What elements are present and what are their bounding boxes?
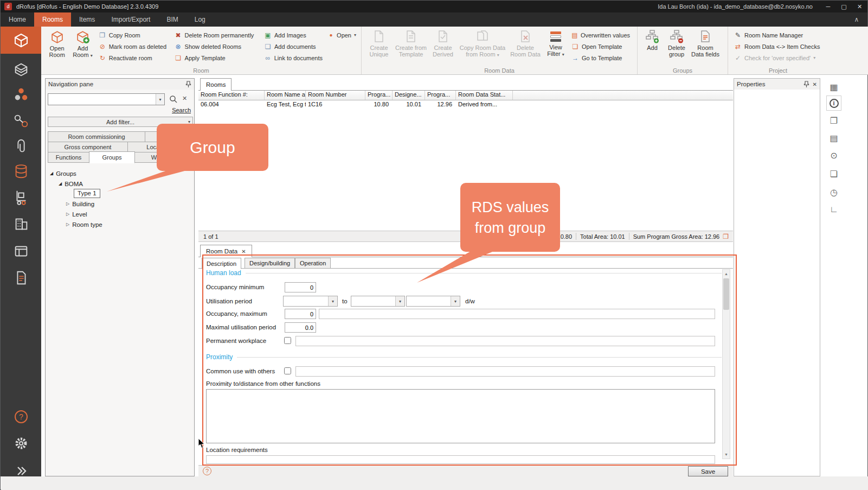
collapsed-icon[interactable]: ▷ — [66, 201, 69, 206]
open-menu-button[interactable]: ● Open ▾ — [325, 29, 359, 41]
delete-room-data-button[interactable]: Delete Room Data — [508, 28, 543, 66]
add-filter-button[interactable]: Add filter... ▾ — [48, 117, 193, 127]
search-text-field[interactable] — [49, 94, 155, 104]
add-room-button[interactable]: Add Room ▾ — [69, 28, 95, 66]
close-room-data-icon[interactable]: ✕ — [241, 249, 246, 254]
expanded-icon[interactable]: ◢ — [50, 171, 53, 176]
show-deleted-rooms-button[interactable]: ⊗ Show deleted Rooms — [172, 41, 261, 52]
rail-levels-module[interactable] — [1, 58, 41, 81]
scroll-down-icon[interactable]: ▼ — [723, 450, 730, 459]
utilisation-period-from-select[interactable]: ▾ — [283, 296, 338, 307]
scroll-up-icon[interactable]: ▲ — [723, 270, 730, 278]
occupancy-maximum-note-input[interactable] — [319, 309, 715, 319]
open-template-button[interactable]: ❏ Open Template — [569, 41, 633, 52]
tab-import-export[interactable]: Import/Export — [103, 12, 158, 27]
nav-tab-functions[interactable]: Functions — [48, 152, 89, 163]
ruler-icon[interactable]: ∟ — [826, 202, 841, 217]
tree-node-level[interactable]: ▷ Level — [66, 209, 87, 219]
permanent-workplace-checkbox[interactable] — [284, 337, 291, 344]
tab-bim[interactable]: BIM — [158, 12, 186, 27]
search-input[interactable]: ▾ — [48, 93, 165, 105]
search-link[interactable]: Search — [172, 107, 191, 113]
tab-home[interactable]: Home — [1, 12, 34, 27]
clear-search-icon[interactable]: ✕ — [182, 95, 187, 102]
check-over-specified-button[interactable]: ✓ Check for 'over specified' ▾ — [731, 52, 826, 63]
utilisation-period-to-select[interactable]: ▾ — [351, 296, 405, 307]
search-dropdown-icon[interactable]: ▾ — [156, 94, 164, 105]
tab-items[interactable]: Items — [71, 12, 103, 27]
tree-node-boma[interactable]: ◢ BOMA — [59, 179, 83, 188]
link-documents-button[interactable]: ∞ Link to documents — [261, 52, 325, 63]
occupancy-maximum-input[interactable] — [285, 309, 316, 319]
permanent-workplace-input[interactable] — [295, 336, 715, 346]
apply-template-button[interactable]: ❏ Apply Template — [172, 52, 261, 63]
reactivate-room-button[interactable]: ↻ Reactivate room — [96, 52, 172, 63]
common-use-input[interactable] — [295, 366, 715, 377]
help-button[interactable]: ? — [1, 405, 41, 429]
add-documents-button[interactable]: ❏ Add documents — [261, 41, 325, 52]
printer-icon[interactable]: ▤ — [826, 130, 841, 145]
rooms-document-tab[interactable]: Rooms — [200, 78, 232, 91]
column-header[interactable]: Room Name an... — [265, 91, 306, 100]
pin-icon[interactable] — [803, 81, 809, 88]
column-header[interactable]: Room Function #: — [198, 91, 265, 100]
open-room-button[interactable]: Open Room — [44, 28, 69, 66]
maximal-utilisation-input[interactable] — [285, 322, 316, 333]
close-properties-icon[interactable]: ✕ — [813, 81, 817, 87]
nav-tab-workflow[interactable]: Workf — [134, 152, 183, 163]
column-header[interactable]: Progra... — [425, 91, 456, 100]
room-data-item-checks-button[interactable]: ⇄ Room Data <-> Item Checks — [731, 41, 826, 52]
rail-logistics-module[interactable] — [1, 186, 41, 209]
room-data-fields-button[interactable]: Room Data fields — [690, 28, 721, 66]
page-icon[interactable]: ❏ — [826, 166, 841, 181]
nav-tab-room-commissioning[interactable]: Room commissioning — [48, 131, 145, 142]
settings-button[interactable] — [1, 431, 41, 455]
collapse-ribbon-icon[interactable]: ∧ — [846, 12, 867, 27]
location-requirements-input[interactable] — [206, 455, 715, 464]
rail-reports-module[interactable] — [1, 266, 41, 290]
rail-attachments-module[interactable] — [1, 135, 41, 158]
tree-node-groups[interactable]: ◢ Groups — [50, 169, 76, 178]
rail-rooms-module[interactable] — [1, 27, 41, 54]
go-to-template-button[interactable]: → Go to Template — [569, 52, 633, 63]
delete-room-permanently-button[interactable]: ✖ Delete Room permanently — [172, 29, 261, 41]
maximize-button[interactable]: ▢ — [836, 1, 852, 12]
rail-bim-module[interactable] — [1, 239, 41, 263]
add-images-button[interactable]: ▣ Add Images — [261, 29, 325, 41]
tree-node-building[interactable]: ▷ Building — [66, 199, 94, 208]
add-group-button[interactable]: Add — [641, 28, 664, 66]
create-derived-button[interactable]: Create Derived — [429, 28, 457, 66]
history-clock-icon[interactable]: ◷ — [826, 184, 841, 200]
utilisation-period-unit-select[interactable]: ▾ — [406, 296, 460, 307]
tab-design-building[interactable]: Design/building — [245, 258, 295, 269]
occupancy-minimum-input[interactable] — [285, 282, 316, 292]
close-button[interactable]: ✕ — [852, 1, 867, 12]
create-unique-button[interactable]: Create Unique — [365, 28, 393, 66]
room-data-document-tab[interactable]: Room Data ✕ — [200, 245, 252, 257]
column-header[interactable]: Room Data Stat... — [456, 91, 513, 100]
collapsed-icon[interactable]: ▷ — [66, 212, 69, 217]
help-icon[interactable]: ? — [203, 467, 211, 475]
create-from-template-button[interactable]: Create from Template — [393, 28, 429, 66]
tree-node-type1[interactable]: Type 1 — [74, 189, 100, 198]
proximity-distance-textarea[interactable] — [206, 389, 715, 443]
nav-tab-groups[interactable]: Groups — [89, 151, 135, 163]
tree-node-room-type[interactable]: ▷ Room type — [66, 220, 102, 229]
tab-operation[interactable]: Operation — [295, 258, 331, 269]
documents-icon[interactable]: ❐ — [826, 113, 841, 128]
camera-icon[interactable]: ⊙ — [826, 148, 841, 163]
tab-rooms[interactable]: Rooms — [34, 12, 71, 27]
choose-columns-icon[interactable]: ▦ — [826, 79, 841, 94]
collapsed-icon[interactable]: ▷ — [66, 222, 69, 227]
form-scrollbar[interactable]: ▲ ▼ — [722, 269, 730, 459]
nav-tab-locations[interactable]: Locati — [127, 142, 182, 152]
info-icon[interactable]: i — [826, 96, 841, 111]
table-row[interactable]: 06.004 Ecg Test, Ecg t... 1C16 10.80 10.… — [198, 100, 733, 110]
rail-connections-module[interactable] — [1, 109, 41, 133]
copy-room-button[interactable]: ❐ Copy Room — [96, 29, 172, 41]
rail-buildings-module[interactable] — [1, 212, 41, 236]
tab-log[interactable]: Log — [187, 12, 214, 27]
scrollbar-thumb[interactable] — [723, 278, 729, 310]
nav-tab-gross-component[interactable]: Gross component — [48, 142, 128, 152]
rail-items-module[interactable] — [1, 83, 41, 107]
